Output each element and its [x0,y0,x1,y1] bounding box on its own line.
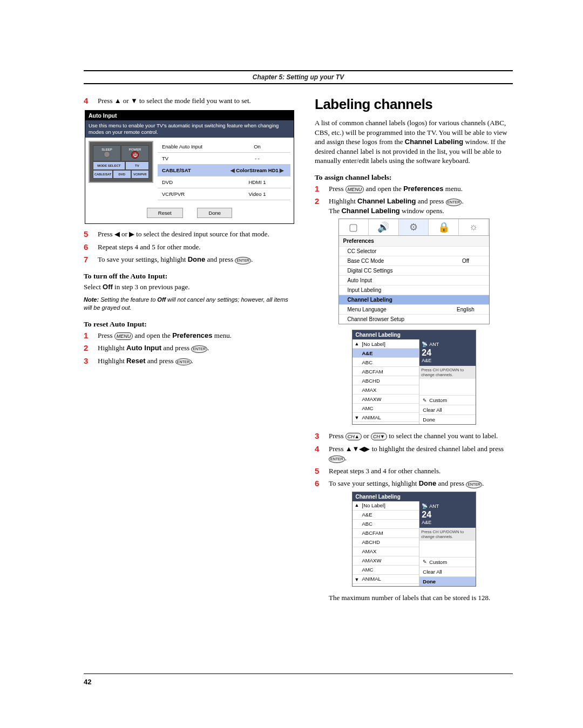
audio-icon[interactable]: 🔊 [369,219,399,235]
channel-labeling-dialog-done: Channel Labeling ▲[No Label] A&E ABC ABC… [352,492,476,587]
setup-icon[interactable]: ☼ [459,219,489,235]
step-text: Repeat steps 4 and 5 for other mode. [98,242,294,252]
menu-icon: MENU [345,186,364,193]
step-text: Press CH▲ or CH▼ to select the channel y… [329,431,513,441]
preferences-menu: ▢ 🔊 ⚙ 🔒 ☼ Preferences CC Selector Base C… [338,219,490,324]
clear-all-button[interactable]: Clear All [419,405,475,414]
step-text: Highlight Reset and press ENTER. [98,356,294,366]
list-item[interactable]: AMAXW [352,394,419,404]
scroll-up-icon[interactable]: ▲ [355,502,360,508]
turn-off-heading: To turn off the Auto Input: [84,272,294,281]
step-number: 1 [315,184,329,194]
list-item[interactable]: ▼ANIMAL [352,413,419,422]
list-item[interactable]: ABC [352,520,419,529]
cl-hint: Press CH UP/DOWN to change channels. [419,366,475,379]
cl-title: Channel Labeling [352,492,476,501]
table-header-right: On [224,141,290,153]
right-step-2: 2 Highlight Channel Labeling and press E… [315,196,513,215]
pref-item[interactable]: Input Labeling [339,285,489,295]
list-item[interactable]: AMC [352,404,419,413]
remote-sleep: SLEEP [93,145,121,161]
reset-button[interactable]: Reset [147,208,183,218]
prefs-title: Preferences [339,236,489,246]
pref-item[interactable]: Menu LanguageEnglish [339,304,489,314]
step-text: To save your settings, highlight Done an… [98,255,294,264]
done-button[interactable]: Done [419,414,475,424]
scroll-up-icon[interactable]: ▲ [355,341,360,346]
table-header-left: Enable Auto Input [158,141,224,153]
enter-icon: ENTER [191,345,207,352]
pref-item[interactable]: Digital CC Settings [339,266,489,275]
step-number: 3 [315,431,329,441]
cl-right-panel: 📡ANT24A&E Press CH UP/DOWN to change cha… [419,339,475,424]
auto-input-dialog: Auto Input Use this menu to enable your … [85,110,294,224]
turn-off-text: Select Off in step 3 on previous page. [84,283,294,291]
scroll-down-icon[interactable]: ▼ [355,577,360,582]
cl-label-list[interactable]: ▲[No Label] A&E ABC ABCFAM ABCHD AMAX AM… [352,501,420,586]
step-text: Highlight Channel Labeling and press ENT… [329,196,513,215]
table-input: Video 1 [224,188,290,200]
list-item[interactable]: A&E [352,511,419,520]
footer-text: The maximum number of labels that can be… [329,593,513,603]
step-number: 3 [84,356,98,366]
menu-icon: MENU [114,332,133,340]
scroll-down-icon[interactable]: ▼ [355,415,360,420]
pref-item[interactable]: Base CC ModeOff [339,256,489,266]
list-item[interactable]: AMAXW [352,556,419,566]
ch-up-icon: CH▲ [345,433,362,440]
antenna-icon: 📡 [422,342,428,348]
section-title: Labeling channels [315,96,513,113]
remote-power: POWER⏻ [121,145,149,161]
table-input: HDMI 1 [224,176,290,188]
pencil-icon: ✎ [423,398,427,403]
pref-item[interactable]: CC Selector [339,246,489,256]
list-item[interactable]: ▲[No Label] [352,501,419,511]
step-text: Press MENU and open the Preferences menu… [329,184,513,194]
done-button-selected[interactable]: Done [419,576,475,586]
done-button[interactable]: Done [197,208,232,218]
pref-item-selected[interactable]: Channel Labeling [339,295,489,304]
list-item-selected[interactable]: A&E [352,349,419,358]
custom-button[interactable]: ✎Custom [419,557,475,567]
table-mode-selected[interactable]: CABLE/SAT [158,165,224,176]
reset-step-1: 1 Press MENU and open the Preferences me… [84,331,294,341]
remote-vcrpvr: VCR/PVR [131,170,149,179]
antenna-icon: 📡 [422,504,428,509]
list-item[interactable]: ▼ANIMAL [352,575,419,584]
list-item[interactable]: ABCFAM [352,529,419,538]
custom-button[interactable]: ✎Custom [419,395,475,405]
step-number: 2 [84,343,98,353]
list-item[interactable]: AMC [352,566,419,575]
right-step-1: 1 Press MENU and open the Preferences me… [315,184,513,194]
picture-icon[interactable]: ▢ [339,219,369,235]
step-number: 1 [84,331,98,341]
page-number: 42 [84,678,91,686]
list-item[interactable]: ▲[No Label] [352,339,419,349]
cl-preview: 📡ANT24A&E [419,339,475,366]
table-input-selected[interactable]: ColorStream HD1 [224,165,290,176]
intro-text: A list of common channel labels (logos) … [315,118,513,166]
cl-preview: 📡ANT24A&E [419,501,475,528]
lock-icon[interactable]: 🔒 [429,219,459,235]
table-mode: TV [158,153,224,165]
list-item[interactable]: ABCHD [352,376,419,385]
list-item[interactable]: AMAX [352,547,419,556]
assign-heading: To assign channel labels: [315,173,513,182]
step-number: 6 [315,479,329,488]
reset-step-3: 3 Highlight Reset and press ENTER. [84,356,294,366]
list-item[interactable]: ABCFAM [352,367,419,376]
pref-item[interactable]: Channel Browser Setup [339,314,489,324]
step-number: 5 [315,466,329,476]
list-item[interactable]: ABC [352,358,419,367]
list-item[interactable]: AMAX [352,385,419,394]
reset-heading: To reset Auto Input: [84,320,294,329]
list-item[interactable]: ABCHD [352,538,419,547]
chapter-header: Chapter 5: Setting up your TV [84,70,513,84]
remote-cablesat: CABLE/SAT [93,170,113,179]
preferences-icon[interactable]: ⚙ [399,219,429,235]
pref-item[interactable]: Auto Input [339,275,489,285]
cl-label-list[interactable]: ▲[No Label] A&E ABC ABCFAM ABCHD AMAX AM… [352,339,420,424]
page: Chapter 5: Setting up your TV 4 Press ▲ … [0,0,583,629]
enter-icon: ENTER [175,358,192,365]
clear-all-button[interactable]: Clear All [419,567,475,576]
